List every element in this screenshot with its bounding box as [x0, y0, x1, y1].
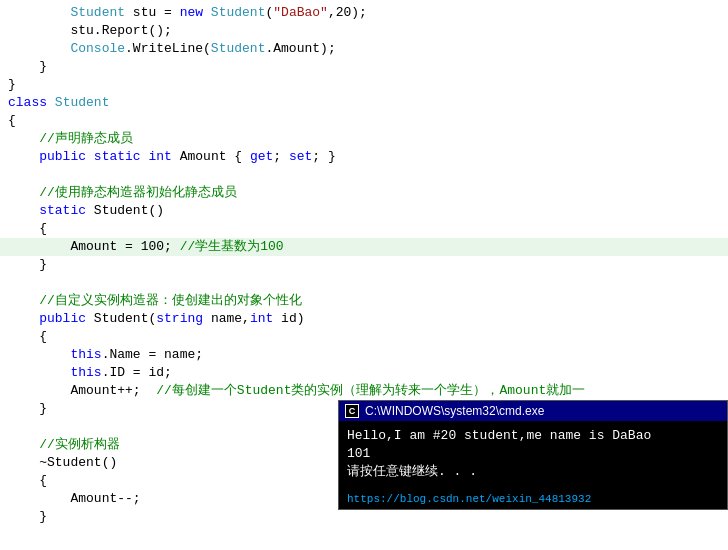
code-line-2: Console.WriteLine(Student.Amount);: [0, 40, 728, 58]
code-line-4: }: [0, 76, 728, 94]
code-line-20: this.ID = id;: [0, 364, 728, 382]
cmd-line3: 请按任意键继续. . .: [347, 463, 719, 481]
code-line-14: }: [0, 256, 728, 274]
cmd-titlebar: C C:\WINDOWS\system32\cmd.exe: [339, 401, 727, 421]
code-line-15: [0, 274, 728, 292]
cmd-title-text: C:\WINDOWS\system32\cmd.exe: [365, 404, 544, 418]
code-line-16: //自定义实例构造器：使创建出的对象个性化: [0, 292, 728, 310]
code-line-8: public static int Amount { get; set; }: [0, 148, 728, 166]
code-line-28: }: [0, 508, 728, 526]
code-line-21: Amount++; //每创建一个Student类的实例（理解为转来一个学生），…: [0, 382, 728, 400]
code-line-17: public Student(string name,int id): [0, 310, 728, 328]
code-line-13: Amount = 100; //学生基数为100: [0, 238, 728, 256]
code-line-9: [0, 166, 728, 184]
cmd-url: https://blog.csdn.net/weixin_44813932: [339, 491, 727, 509]
code-line-1: stu.Report();: [0, 22, 728, 40]
code-line-0: Student stu = new Student("DaBao",20);: [0, 4, 728, 22]
code-line-11: static Student(): [0, 202, 728, 220]
code-line-10: //使用静态构造器初始化静态成员: [0, 184, 728, 202]
code-line-5: class Student: [0, 94, 728, 112]
cmd-line2: 101: [347, 445, 719, 463]
cmd-content: Hello,I am #20 student,me name is DaBao …: [339, 421, 727, 491]
code-line-18: {: [0, 328, 728, 346]
code-line-19: this.Name = name;: [0, 346, 728, 364]
code-line-12: {: [0, 220, 728, 238]
cmd-line1: Hello,I am #20 student,me name is DaBao: [347, 427, 719, 445]
code-line-6: {: [0, 112, 728, 130]
code-line-7: //声明静态成员: [0, 130, 728, 148]
code-line-3: }: [0, 58, 728, 76]
cmd-icon: C: [345, 404, 359, 418]
cmd-window: C C:\WINDOWS\system32\cmd.exe Hello,I am…: [338, 400, 728, 510]
